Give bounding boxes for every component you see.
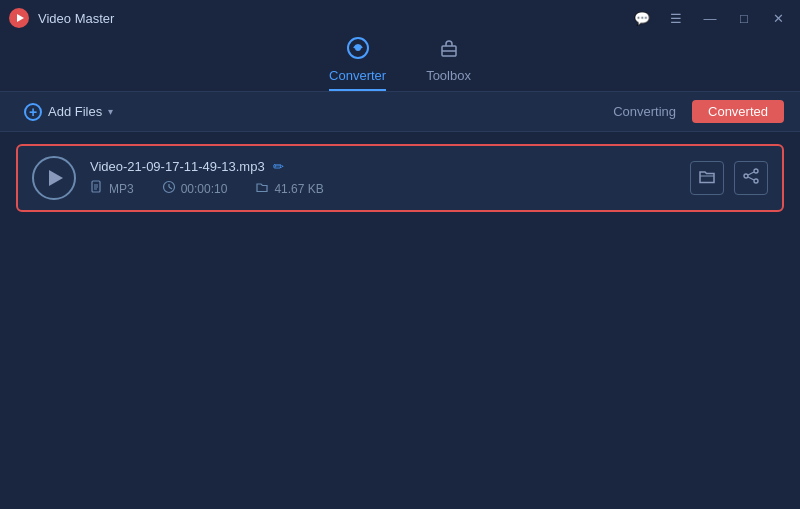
title-bar: Video Master 💬 ☰ — □ ✕ [0, 0, 800, 36]
converter-icon [347, 37, 369, 64]
converter-tab-label: Converter [329, 68, 386, 83]
share-icon [742, 167, 760, 189]
file-item: Video-21-09-17-11-49-13.mp3 ✏ MP3 [16, 144, 784, 212]
toolbox-tab-label: Toolbox [426, 68, 471, 83]
svg-point-3 [355, 45, 361, 51]
add-files-button[interactable]: + Add Files ▾ [16, 99, 121, 125]
svg-point-14 [754, 169, 758, 173]
sub-tab-converting[interactable]: Converting [597, 100, 692, 123]
minimize-button[interactable]: — [696, 8, 724, 28]
close-button[interactable]: ✕ [764, 8, 792, 28]
add-icon: + [24, 103, 42, 121]
svg-line-12 [169, 187, 172, 189]
size-value: 41.67 KB [274, 182, 323, 196]
file-list-area: Video-21-09-17-11-49-13.mp3 ✏ MP3 [0, 132, 800, 224]
svg-line-17 [748, 172, 754, 175]
add-files-label: Add Files [48, 104, 102, 119]
toolbox-icon [438, 37, 460, 64]
file-actions [690, 161, 768, 195]
chat-icon: 💬 [634, 11, 650, 26]
svg-line-18 [748, 177, 754, 180]
toolbar: + Add Files ▾ Converting Converted [0, 92, 800, 132]
sub-tab-converted[interactable]: Converted [692, 100, 784, 123]
sub-tabs: Converting Converted [597, 100, 784, 123]
close-icon: ✕ [773, 11, 784, 26]
nav-tab-toolbox[interactable]: Toolbox [426, 37, 471, 91]
play-button[interactable] [32, 156, 76, 200]
folder-icon [255, 180, 269, 197]
app-logo-icon [8, 7, 30, 29]
app-title: Video Master [38, 11, 114, 26]
edit-icon[interactable]: ✏ [273, 159, 284, 174]
open-folder-icon [698, 167, 716, 189]
title-bar-controls: 💬 ☰ — □ ✕ [628, 8, 792, 28]
top-nav: Converter Toolbox [0, 36, 800, 92]
file-size: 41.67 KB [255, 180, 323, 197]
clock-icon [162, 180, 176, 197]
play-icon [49, 170, 63, 186]
file-name: Video-21-09-17-11-49-13.mp3 [90, 159, 265, 174]
file-meta: MP3 00:00:10 [90, 180, 676, 197]
dropdown-arrow-icon: ▾ [108, 106, 113, 117]
file-name-row: Video-21-09-17-11-49-13.mp3 ✏ [90, 159, 676, 174]
duration-value: 00:00:10 [181, 182, 228, 196]
title-bar-left: Video Master [8, 7, 114, 29]
share-button[interactable] [734, 161, 768, 195]
minimize-icon: — [704, 11, 717, 26]
file-format: MP3 [90, 180, 134, 197]
format-icon [90, 180, 104, 197]
menu-icon: ☰ [670, 11, 682, 26]
file-duration: 00:00:10 [162, 180, 228, 197]
file-info: Video-21-09-17-11-49-13.mp3 ✏ MP3 [90, 159, 676, 197]
svg-point-16 [744, 174, 748, 178]
menu-button[interactable]: ☰ [662, 8, 690, 28]
svg-point-15 [754, 179, 758, 183]
maximize-icon: □ [740, 11, 748, 26]
chat-button[interactable]: 💬 [628, 8, 656, 28]
maximize-button[interactable]: □ [730, 8, 758, 28]
nav-tab-converter[interactable]: Converter [329, 37, 386, 91]
format-value: MP3 [109, 182, 134, 196]
open-folder-button[interactable] [690, 161, 724, 195]
